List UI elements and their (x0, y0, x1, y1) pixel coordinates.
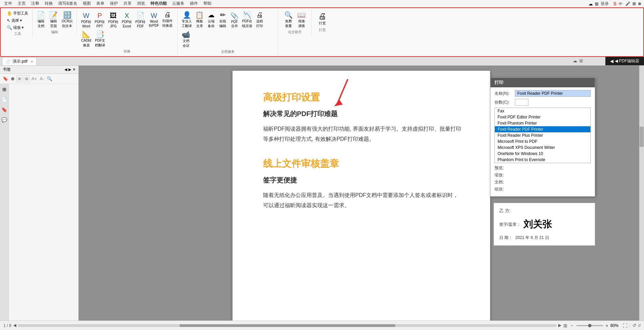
remote-print-button[interactable]: 🖨 远程打印 (254, 10, 265, 29)
scan-convert-button[interactable]: 🖨 扫描件转换器 (161, 10, 174, 29)
ribbon-section-convert: W PDF转Word P PDF转PPT 🖼 PDF转JPG X PDF转Exc… (77, 9, 178, 54)
sidebar-left-icon-4[interactable]: 💬 (1, 117, 7, 123)
sidebar-left-icons: ⊞ 📄 🔖 💬 (0, 84, 9, 330)
cad-convert-button[interactable]: 📐 CAD转换器 (80, 29, 93, 48)
ribbon-section-assistant: 🔍 免费查重 📖 阅卷调查 论文助手 (278, 9, 311, 35)
pdf-to-ppt-button[interactable]: P PDF转PPT (93, 11, 106, 29)
sidebar-font-increase-icon[interactable]: A+ (31, 75, 38, 82)
print-name-input[interactable] (515, 90, 591, 97)
pdf-tab[interactable]: 📄 演示.pdf × (2, 57, 37, 65)
menu-item-fillsign[interactable]: 填写&签名 (56, 0, 80, 7)
zoom-minus-button[interactable]: － (569, 323, 574, 329)
sidebar-search-icon[interactable]: 🔍 (46, 75, 53, 82)
menu-item-view[interactable]: 视图 (80, 0, 94, 7)
horizontal-scroll-thumb[interactable] (180, 324, 395, 327)
zoom-slider-thumb[interactable] (588, 324, 591, 327)
section2-subtitle: 签字更便捷 (263, 176, 463, 185)
sogou-label: 中· (619, 1, 623, 6)
printer-list-item-foxit-plus[interactable]: Foxit Reader Plus Printer (495, 132, 590, 138)
login-button[interactable]: 登录 (601, 1, 609, 7)
menu-item-protect[interactable]: 保护 (107, 0, 121, 7)
fullscreen-icon[interactable]: ⛶ (623, 323, 627, 328)
pdf-to-pdf-button[interactable]: 📄 PDF转PDF (134, 11, 147, 29)
sogou-mic-icon[interactable]: 🎤 (625, 1, 630, 6)
notes-icon[interactable]: // (638, 323, 641, 328)
menu-item-home[interactable]: 主页 (15, 0, 28, 7)
printer-list-item-foxit-phantom[interactable]: Foxit Phantom Printer (495, 120, 590, 126)
tab-close-button[interactable]: × (31, 60, 33, 64)
sync-icon[interactable]: ⊞ (595, 1, 599, 6)
menu-item-convert[interactable]: 转换 (42, 0, 56, 7)
print-button[interactable]: 🖨 打宽 (316, 10, 329, 27)
pdf-to-excel-button[interactable]: X PDF转Excel (120, 11, 133, 29)
pdf-to-word-button[interactable]: W PDF转Word (80, 11, 93, 29)
sogou-plus-icon[interactable]: ⊕ (638, 1, 641, 6)
menu-item-browse[interactable]: 浏览 (134, 0, 148, 7)
sidebar-left-icon-3[interactable]: 🔖 (1, 107, 7, 112)
doc-meeting-button[interactable]: 📹 文档会议 (180, 30, 192, 49)
menu-item-file[interactable]: 文件 (1, 0, 15, 7)
zoom-percent-label: 80% (610, 323, 621, 328)
hand-tool-button[interactable]: ✋ 手型工具 (5, 10, 29, 17)
sidebar-close-button[interactable]: ✕ (73, 67, 76, 72)
sidebar-add2-icon[interactable]: ⊕ (17, 75, 22, 82)
sidebar-nav-next[interactable]: ▶ (68, 67, 71, 72)
cloud-backup-button[interactable]: ☁ 云端备份 (206, 10, 217, 29)
tab-sync-icon[interactable]: ⊞ (579, 58, 583, 63)
edit-doc-button[interactable]: 📄 编辑文档 (35, 10, 46, 29)
sidebar-body: ⊞ 📄 🔖 💬 (0, 84, 78, 330)
edit-page-button[interactable]: 📝 编辑页面 (48, 10, 59, 29)
printer-list-item-fax[interactable]: Fax (495, 108, 590, 114)
menu-item-help[interactable]: 帮助 (201, 0, 214, 7)
printer-list-item-ms-pdf[interactable]: Microsoft Print to PDF (495, 138, 590, 145)
menu-item-cloud[interactable]: 云服务 (169, 0, 187, 7)
printer-list-item-foxit-editor[interactable]: Foxit PDF Editor Printer (495, 114, 590, 120)
sidebar-left-icon-2[interactable]: 📄 (1, 97, 7, 102)
sogou-grid-icon[interactable]: ⊞ (632, 1, 636, 6)
sidebar-font-decrease-icon[interactable]: A- (39, 75, 45, 82)
word-to-pdf-button[interactable]: W Word转PDF (147, 11, 160, 29)
rotate-icon[interactable]: ↺ (632, 323, 636, 328)
ocr-button[interactable]: 🔡 OCR识别文本 (60, 10, 74, 29)
menu-item-special[interactable]: 特色功能 (148, 0, 169, 7)
vertical-scrollbar[interactable] (639, 66, 644, 330)
sidebar-nav-prev[interactable]: ◀ (64, 67, 67, 72)
sidebar-add-icon[interactable]: ⊕ (10, 75, 15, 82)
zoom-tool-button[interactable]: 🔍 缩放 ▾ (5, 24, 29, 31)
printer-list[interactable]: Fax Foxit PDF Editor Printer Foxit Phant… (495, 108, 591, 163)
sidebar-left-icon-1[interactable]: ⊞ (2, 87, 6, 92)
pdf-to-jpg-button[interactable]: 🖼 PDF转JPG (107, 11, 120, 29)
printer-list-item-phantom-evernote[interactable]: Phantom Print to Evernote (495, 157, 590, 163)
select-tool-button[interactable]: ↖ 选择 ▾ (5, 17, 29, 24)
ribbon-section-tools: ✋ 手型工具 ↖ 选择 ▾ 🔍 缩放 ▾ 工具 (3, 9, 33, 37)
pdf-compress-button[interactable]: 📉 PDF在线压缩 (241, 10, 254, 29)
plagiarism-check-button[interactable]: 🔍 免费查重 (282, 10, 295, 29)
cloud-icon[interactable]: ☁ (588, 1, 593, 6)
horizontal-scroll-area[interactable]: ▶ ◀ (18, 324, 557, 327)
pro-translate-button[interactable]: 👤 专业人工翻译 (180, 10, 193, 29)
template-library-button[interactable]: 📋 模板文库 (194, 10, 205, 29)
scroll-right-arrow[interactable]: ▶ (558, 323, 561, 328)
review-survey-button[interactable]: 📖 阅卷调查 (296, 10, 307, 29)
online-edit-button[interactable]: ✏ 在线编辑 (217, 10, 228, 29)
pdf-translate-button[interactable]: 📑 PDF文档翻译 (94, 29, 106, 48)
menu-item-form[interactable]: 表单 (94, 0, 107, 7)
printer-list-item-onenote[interactable]: OneNote for Windows 10 (495, 151, 590, 157)
tab-cloud-icon[interactable]: ☁ (573, 58, 577, 63)
zoom-slider-track[interactable] (576, 325, 603, 326)
zoom-plus-button[interactable]: + (605, 323, 608, 328)
printer-list-item-ms-xps[interactable]: Microsoft XPS Document Writer (495, 145, 590, 151)
menu-item-plugin[interactable]: 插件 (187, 0, 201, 7)
printer-list-item-foxit-reader[interactable]: Foxit Reader PDF Printer (495, 126, 590, 132)
sidebar-add3-icon[interactable]: ⊕ (24, 75, 29, 82)
pdf-merge-button[interactable]: 📎 PDF合并 (229, 11, 240, 29)
scroll-left-arrow[interactable]: ◀ (13, 323, 16, 328)
sidebar-bookmark-icon[interactable]: 🔖 (2, 75, 9, 82)
print-dialog: 打印 名称(N): 份数(C): Fax Foxit PD (490, 78, 595, 197)
menu-item-share[interactable]: 共享 (121, 0, 134, 7)
sogou-logo: S (613, 1, 617, 6)
print-copies-input[interactable] (515, 99, 528, 106)
fit-page-icon[interactable]: ⊞ (563, 323, 567, 328)
scroll-thumb[interactable] (640, 127, 644, 147)
menu-item-annotate[interactable]: 注释 (28, 0, 42, 7)
